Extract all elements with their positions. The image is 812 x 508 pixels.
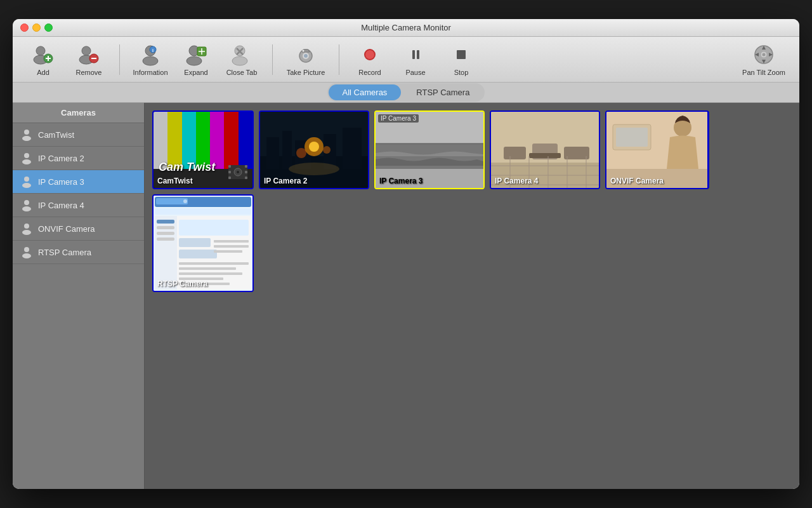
svg-point-37 (24, 177, 29, 182)
svg-point-40 (22, 206, 31, 211)
maximize-button[interactable] (44, 23, 53, 32)
svg-rect-101 (157, 226, 174, 229)
pause-icon (404, 43, 427, 66)
add-label: Add (37, 69, 49, 76)
add-icon (32, 43, 55, 66)
sidebar-item-ip3[interactable]: IP Camera 3 (13, 170, 144, 194)
window-title: Multiple Camera Monitor (361, 23, 451, 32)
expand-icon (185, 43, 207, 66)
svg-point-63 (296, 148, 306, 158)
svg-rect-105 (179, 238, 211, 247)
information-button[interactable]: i Information (130, 41, 171, 79)
svg-rect-46 (228, 165, 231, 168)
svg-rect-47 (228, 171, 231, 173)
svg-rect-51 (245, 177, 247, 179)
svg-point-24 (304, 54, 308, 58)
svg-point-64 (323, 146, 331, 154)
sidebar-item-ip4[interactable]: IP Camera 4 (13, 194, 144, 217)
camera-tile-rtsp[interactable]: RTSP Camera (152, 194, 254, 292)
svg-rect-49 (245, 165, 247, 168)
minimize-button[interactable] (32, 23, 41, 32)
sidebar-item-rtsp[interactable]: RTSP Camera (13, 241, 144, 264)
sidebar-item-onvif[interactable]: ONVIF Camera (13, 217, 144, 241)
svg-point-65 (289, 163, 339, 175)
information-icon: i (139, 43, 162, 66)
svg-point-41 (24, 224, 29, 229)
svg-point-43 (24, 247, 29, 252)
svg-point-19 (232, 57, 247, 65)
traffic-lights (20, 23, 53, 32)
person-icon-2 (20, 152, 33, 164)
svg-rect-97 (155, 208, 251, 215)
tile-label-rtsp: RTSP Camera (157, 279, 207, 288)
record-button[interactable]: Record (350, 41, 390, 79)
remove-label: Remove (76, 69, 102, 76)
expand-label: Expand (184, 69, 207, 76)
toolbar-separator-1 (119, 44, 120, 75)
svg-point-33 (24, 130, 29, 135)
camera-row-2: RTSP Camera (152, 194, 792, 292)
ip3-overlay: IP Camera 3 (378, 114, 419, 123)
camera-row-1: Cam Twist (152, 110, 792, 189)
film-icon (228, 165, 247, 179)
svg-point-38 (22, 183, 31, 188)
svg-point-96 (183, 199, 187, 203)
take-picture-icon (294, 43, 317, 66)
svg-rect-107 (214, 240, 249, 243)
svg-rect-102 (157, 232, 174, 235)
sidebar-label-rtsp: RTSP Camera (38, 248, 91, 257)
camera-tile-ip3[interactable]: IP Camera 3 IP Camera 3 (374, 110, 485, 189)
add-button[interactable]: Add (23, 41, 63, 79)
svg-point-39 (24, 200, 29, 205)
record-icon (358, 43, 381, 66)
svg-point-14 (187, 57, 202, 65)
svg-rect-60 (343, 128, 362, 169)
titlebar: Multiple Camera Monitor (13, 19, 799, 37)
sidebar-label-ip3: IP Camera 3 (38, 177, 84, 187)
tab-rtsp-camera[interactable]: RTSP Camera (402, 84, 483, 100)
person-icon-3 (20, 175, 33, 188)
take-picture-button[interactable]: Take Picture (283, 41, 329, 79)
pause-button[interactable]: Pause (395, 41, 436, 79)
camera-tile-ip4[interactable]: IP Camera 4 (490, 110, 600, 189)
svg-point-42 (22, 230, 31, 235)
svg-point-10 (143, 57, 158, 65)
svg-point-25 (303, 50, 304, 51)
svg-rect-104 (179, 220, 249, 236)
sidebar-label-camtwist: CamTwist (38, 130, 74, 140)
svg-rect-57 (282, 131, 292, 169)
sidebar-label-ip2: IP Camera 2 (38, 154, 84, 163)
close-button[interactable] (20, 23, 29, 32)
tab-all-cameras[interactable]: All Cameras (329, 84, 402, 100)
stop-button[interactable]: Stop (441, 41, 481, 79)
camera-tile-camtwist[interactable]: Cam Twist (152, 110, 254, 189)
sidebar-item-ip2[interactable]: IP Camera 2 (13, 147, 144, 170)
tabbar: All Cameras RTSP Camera (13, 83, 799, 103)
svg-point-34 (22, 136, 31, 141)
main-content: Cameras CamTwist IP Camera 2 (13, 103, 799, 489)
remove-button[interactable]: Remove (69, 41, 109, 79)
sidebar-header: Cameras (13, 103, 144, 123)
person-icon-4 (20, 199, 33, 211)
svg-rect-112 (179, 272, 242, 275)
tile-label-ip4: IP Camera 4 (495, 177, 539, 185)
svg-rect-103 (157, 237, 174, 241)
record-label: Record (358, 69, 381, 76)
tile-label-onvif: ONVIF Camera (610, 177, 664, 185)
camera-tile-onvif[interactable]: ONVIF Camera (605, 110, 709, 189)
svg-rect-100 (157, 220, 174, 224)
close-tab-button[interactable]: Close Tab (221, 41, 262, 79)
stop-icon (450, 43, 473, 66)
svg-rect-95 (156, 198, 188, 204)
sidebar-item-camtwist[interactable]: CamTwist (13, 123, 144, 147)
pan-tilt-zoom-button[interactable]: Pan Tilt Zoom (738, 41, 789, 79)
expand-button[interactable]: Expand (176, 41, 216, 79)
tile-label-ip2: IP Camera 2 (264, 177, 308, 185)
pan-tilt-zoom-icon (752, 43, 775, 66)
close-tab-label: Close Tab (226, 69, 258, 76)
sidebar-label-onvif: ONVIF Camera (38, 224, 95, 234)
rtsp-preview (154, 196, 252, 291)
camera-tile-ip2[interactable]: IP Camera 2 (259, 110, 369, 189)
remove-icon (77, 43, 100, 66)
pause-label: Pause (405, 69, 425, 76)
